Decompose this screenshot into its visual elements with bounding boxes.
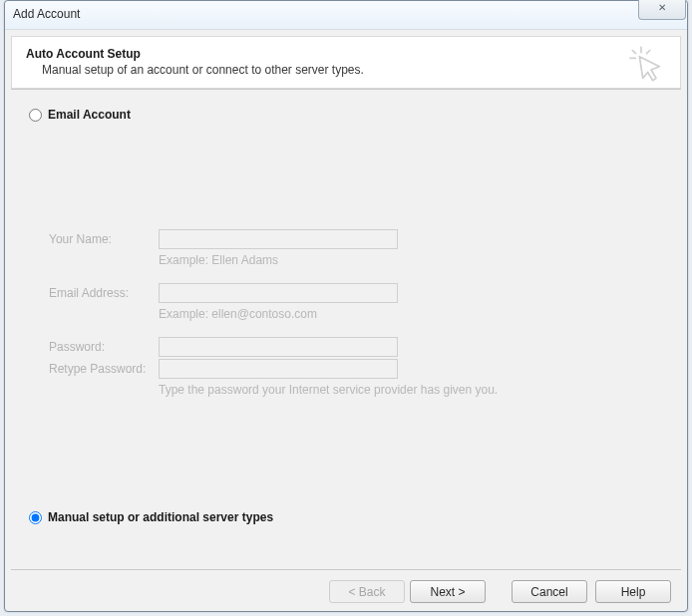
option-manual-label: Manual setup or additional server types [48, 510, 273, 524]
footer-divider [11, 569, 681, 570]
option-email-label: Email Account [48, 108, 131, 122]
retype-password-label: Retype Password: [49, 362, 159, 376]
footer-buttons: < Back Next > Cancel Help [11, 580, 681, 603]
retype-password-field [159, 359, 398, 379]
cursor-click-icon [626, 45, 666, 85]
your-name-label: Your Name: [49, 232, 159, 246]
cancel-button[interactable]: Cancel [512, 580, 587, 603]
next-button[interactable]: Next > [410, 580, 486, 603]
svg-line-3 [646, 50, 650, 54]
close-icon: ✕ [658, 2, 666, 13]
email-form-disabled: Your Name: Example: Ellen Adams Email Ad… [49, 229, 607, 397]
back-button: < Back [329, 580, 405, 603]
header-subtitle: Manual setup of an account or connect to… [42, 63, 670, 77]
password-hint: Type the password your Internet service … [159, 383, 607, 397]
email-hint: Example: ellen@contoso.com [159, 307, 607, 321]
add-account-dialog: Add Account ✕ Auto Account Setup Manual … [4, 0, 688, 612]
password-field [159, 337, 398, 357]
email-field [159, 283, 398, 303]
help-button[interactable]: Help [595, 580, 671, 603]
your-name-field [159, 229, 398, 249]
nav-button-group: < Back Next > [329, 580, 486, 603]
option-manual-setup[interactable]: Manual setup or additional server types [29, 510, 663, 524]
option-email-account[interactable]: Email Account [29, 108, 663, 122]
wizard-body: Email Account Your Name: Example: Ellen … [11, 90, 681, 524]
your-name-hint: Example: Ellen Adams [159, 253, 607, 267]
email-label: Email Address: [49, 286, 159, 300]
radio-manual-setup[interactable] [29, 511, 42, 524]
window-title: Add Account [13, 7, 80, 21]
wizard-footer: < Back Next > Cancel Help [11, 569, 681, 603]
header-title: Auto Account Setup [26, 47, 670, 61]
wizard-header: Auto Account Setup Manual setup of an ac… [11, 36, 681, 89]
close-button[interactable]: ✕ [638, 0, 686, 20]
svg-line-2 [632, 50, 636, 54]
password-label: Password: [49, 340, 159, 354]
title-bar: Add Account ✕ [5, 1, 687, 30]
radio-email-account[interactable] [29, 109, 42, 122]
